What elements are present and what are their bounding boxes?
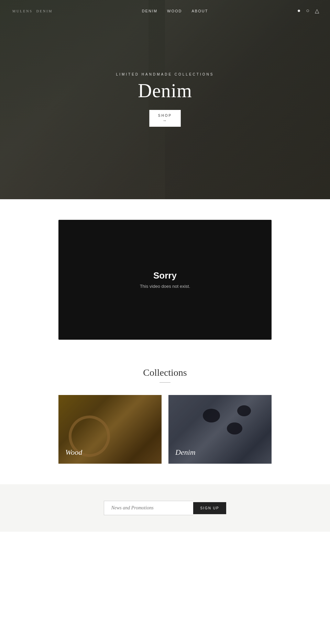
nav-link-denim[interactable]: DENIM	[142, 9, 157, 13]
navbar-icons: ● ○ △	[297, 8, 319, 14]
shop-button[interactable]: SHOP →	[150, 110, 180, 127]
newsletter-section: SIGN UP	[11, 501, 319, 515]
footer: SIGN UP	[0, 484, 330, 532]
video-message: This video does not exist.	[140, 284, 190, 289]
collections-divider	[160, 382, 170, 383]
collections-section: Collections Wood Denim	[0, 360, 330, 485]
collections-grid: Wood Denim	[11, 395, 319, 464]
cart-icon[interactable]: △	[315, 8, 319, 14]
wood-label: Wood	[65, 448, 82, 457]
video-container: Sorry This video does not exist.	[58, 220, 272, 340]
logo-text: mulens	[12, 9, 33, 13]
video-section: Sorry This video does not exist.	[0, 199, 330, 360]
collection-card-wood[interactable]: Wood	[58, 395, 162, 464]
logo-sub: DENIM	[36, 9, 53, 13]
collections-title: Collections	[11, 367, 319, 378]
brand-logo[interactable]: mulens DENIM	[11, 6, 53, 15]
nav-link-wood[interactable]: WOOD	[167, 9, 182, 13]
shop-label: SHOP	[158, 114, 172, 117]
hero-subtitle: LIMITED HANDMADE COLLECTIONS	[116, 72, 214, 76]
hero-title: Denim	[116, 80, 214, 102]
newsletter-input[interactable]	[104, 501, 193, 515]
signup-button[interactable]: SIGN UP	[193, 502, 226, 514]
video-sorry-text: Sorry	[153, 270, 177, 281]
shop-arrow: →	[158, 118, 172, 123]
account-icon[interactable]: ●	[297, 8, 301, 14]
search-icon[interactable]: ○	[306, 8, 309, 14]
navbar: mulens DENIM DENIM WOOD ABOUT ● ○ △	[0, 0, 330, 21]
collection-card-denim[interactable]: Denim	[168, 395, 272, 464]
hero-section: mulens DENIM DENIM WOOD ABOUT ● ○ △ LIMI…	[0, 0, 330, 199]
denim-label: Denim	[175, 448, 196, 457]
nav-link-about[interactable]: ABOUT	[192, 9, 208, 13]
hero-content: LIMITED HANDMADE COLLECTIONS Denim SHOP …	[116, 72, 214, 127]
nav-links: DENIM WOOD ABOUT	[142, 8, 208, 14]
